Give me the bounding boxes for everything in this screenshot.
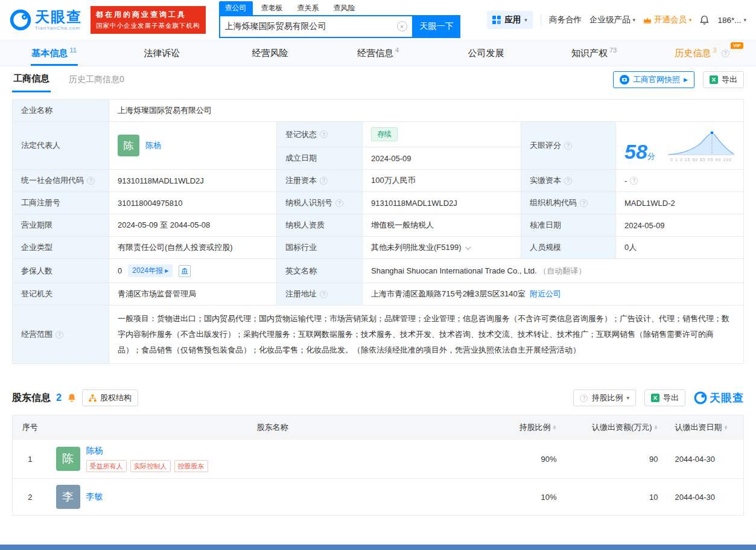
tianyancha-logo[interactable]: 天眼查 TianYanCha.com bbox=[10, 9, 82, 31]
subscribe-bell-icon[interactable] bbox=[67, 393, 77, 403]
search-area: 查公司 查老板 查关系 查风险 × 天眼一下 bbox=[219, 2, 462, 38]
vip-upgrade-label: 开通会员 bbox=[654, 14, 687, 25]
legal-rep-link[interactable]: 陈杨 bbox=[145, 140, 161, 151]
staff-size-label: 人员规模 bbox=[521, 237, 616, 259]
annual-report-chip[interactable]: 2024年报 ▸ bbox=[128, 264, 173, 277]
help-icon[interactable]: ? bbox=[320, 177, 328, 185]
tab-legal-proceedings[interactable]: 法律诉讼 bbox=[108, 40, 216, 66]
shareholders-count: 2 bbox=[56, 392, 62, 403]
tab-count: 3 bbox=[713, 46, 716, 54]
notifications-bell[interactable] bbox=[699, 15, 710, 25]
enterprise-products-label: 企业级产品 bbox=[589, 14, 631, 25]
business-cooperation-link[interactable]: 商务合作 bbox=[549, 14, 582, 25]
subtab-history-business-info[interactable]: 历史工商信息0 bbox=[69, 74, 124, 85]
enterprise-products-menu[interactable]: 企业级产品 ▾ bbox=[589, 14, 635, 25]
holding-ratio-label: 持股比例 bbox=[591, 392, 623, 403]
tianyancha-logo-icon bbox=[10, 9, 31, 31]
equity-structure-icon bbox=[89, 394, 97, 402]
help-icon[interactable]: ? bbox=[320, 130, 328, 138]
snapshot-label: 工商官网快照 bbox=[633, 74, 680, 85]
help-icon[interactable]: ? bbox=[87, 177, 95, 185]
official-snapshot-button[interactable]: 工商官网快照 ▶ bbox=[613, 71, 694, 88]
help-icon[interactable]: ? bbox=[320, 290, 328, 298]
tab-history-info[interactable]: VIP 历史信息 3 ? bbox=[648, 40, 756, 66]
reg-status-label: 登记状态? bbox=[277, 122, 363, 147]
subtab-business-info[interactable]: 工商信息 bbox=[12, 67, 51, 92]
search-tab-company[interactable]: 查公司 bbox=[219, 1, 253, 15]
user-label: 186*... bbox=[717, 16, 741, 25]
tab-intellectual-property[interactable]: 知识产权 73 bbox=[540, 40, 648, 66]
shareholders-export-button[interactable]: 导出 bbox=[644, 389, 685, 406]
business-scope-label: 经营范围? bbox=[13, 305, 109, 364]
chevron-down-icon[interactable] bbox=[465, 244, 471, 250]
search-tabs: 查公司 查老板 查关系 查风险 bbox=[219, 2, 462, 15]
column-subscribed-date[interactable]: 认缴出资日期▲▼ bbox=[667, 415, 744, 440]
search-button[interactable]: 天眼一下 bbox=[413, 15, 460, 38]
tab-label: 经营风险 bbox=[252, 48, 288, 59]
help-icon[interactable]: ? bbox=[335, 199, 343, 207]
help-icon[interactable]: ? bbox=[630, 177, 638, 185]
equity-structure-button[interactable]: 股权结构 bbox=[82, 389, 138, 406]
tab-operating-info[interactable]: 经营信息 4 bbox=[324, 40, 432, 66]
search-tab-boss[interactable]: 查老板 bbox=[255, 1, 289, 15]
slogan-line1: 都在用的商业查询工具 bbox=[96, 9, 200, 21]
export-button[interactable]: 导出 bbox=[703, 71, 744, 88]
user-account-menu[interactable]: 186*... ▾ bbox=[717, 16, 746, 25]
english-name-value: Shanghai Shuocan International Trade Co.… bbox=[363, 259, 744, 283]
staff-size-value: 0人 bbox=[616, 237, 744, 259]
reg-capital-value: 100万人民币 bbox=[363, 170, 521, 192]
shareholder-link[interactable]: 李敏 bbox=[86, 491, 103, 502]
subtab-row: 工商信息 历史工商信息0 工商官网快照 ▶ 导出 bbox=[0, 66, 756, 93]
auto-translate-note: （自动翻译） bbox=[539, 266, 586, 275]
legal-rep-label: 法定代表人 bbox=[13, 122, 109, 170]
clear-icon[interactable]: × bbox=[397, 21, 407, 31]
sort-icon[interactable]: ▲▼ bbox=[553, 425, 557, 430]
search-input[interactable] bbox=[225, 22, 397, 31]
shareholder-link[interactable]: 陈杨 bbox=[86, 446, 208, 456]
company-name-label: 企业名称 bbox=[13, 100, 109, 122]
tag-actual-controller[interactable]: 实际控制人 bbox=[130, 460, 171, 472]
search-box: × bbox=[219, 15, 413, 38]
tab-company-development[interactable]: 公司发展 bbox=[432, 40, 540, 66]
search-tab-risk[interactable]: 查风险 bbox=[328, 1, 361, 15]
tag-controlling-shareholder[interactable]: 控股股东 bbox=[174, 460, 208, 472]
sort-icon[interactable]: ▲▼ bbox=[654, 425, 658, 430]
shareholders-table: 序号 股东名称 持股比例▲▼ 认缴出资额(万元)▲▼ 认缴出资日期▲▼ 1 陈 bbox=[12, 415, 744, 516]
help-icon[interactable]: ? bbox=[722, 50, 729, 57]
footer-strip bbox=[0, 545, 756, 550]
approve-date-value: 2024-05-09 bbox=[616, 214, 744, 237]
help-icon[interactable]: ? bbox=[564, 177, 572, 185]
help-icon[interactable]: ? bbox=[580, 199, 588, 207]
registered-address-label: 注册地址? bbox=[277, 283, 363, 305]
column-holding-ratio[interactable]: 持股比例▲▼ bbox=[498, 415, 565, 440]
credit-code-label: 统一社会信用代码? bbox=[13, 170, 109, 192]
watermark-logo: 天眼查 bbox=[694, 391, 744, 405]
vip-upgrade-menu[interactable]: 开通会员 ▾ bbox=[643, 14, 692, 25]
apps-menu[interactable]: 应用 ▾ bbox=[487, 11, 533, 29]
column-subscribed-amount[interactable]: 认缴出资额(万元)▲▼ bbox=[565, 415, 667, 440]
tab-operating-risk[interactable]: 经营风险 bbox=[216, 40, 324, 66]
tab-basic-info[interactable]: 基本信息 11 bbox=[0, 40, 108, 66]
registered-address-value: 上海市青浦区盈顺路715号2幢3层S区3140室 附近公司 bbox=[363, 283, 744, 305]
help-icon[interactable]: ? bbox=[56, 331, 63, 339]
tab-label: 经营信息 bbox=[357, 48, 393, 59]
holding-ratio-value: 10% bbox=[498, 479, 565, 516]
caret-down-icon: ▾ bbox=[626, 395, 629, 401]
industry-label: 国标行业 bbox=[277, 237, 363, 259]
tab-label: 历史信息 bbox=[675, 48, 711, 59]
search-tab-relation[interactable]: 查关系 bbox=[291, 1, 325, 15]
org-code-value: MADL1WLD-2 bbox=[616, 192, 744, 214]
tag-beneficial-owner[interactable]: 受益所有人 bbox=[86, 460, 127, 472]
score-value: 58分 bbox=[624, 141, 655, 162]
sort-icon[interactable]: ▲▼ bbox=[724, 425, 728, 430]
annual-report-icon[interactable] bbox=[179, 265, 191, 277]
logo-name: 天眼查 bbox=[35, 10, 82, 24]
export-label: 导出 bbox=[722, 74, 737, 85]
nearby-companies-link[interactable]: 附近公司 bbox=[530, 289, 561, 298]
help-icon[interactable]: ? bbox=[564, 142, 572, 150]
column-index: 序号 bbox=[13, 415, 48, 440]
reg-number-value: 310118004975810 bbox=[109, 192, 277, 214]
caret-down-icon: ▾ bbox=[632, 17, 635, 23]
holding-ratio-dropdown[interactable]: ? 持股比例 ▾ bbox=[573, 389, 636, 406]
shareholders-title: 股东信息 bbox=[12, 392, 51, 405]
